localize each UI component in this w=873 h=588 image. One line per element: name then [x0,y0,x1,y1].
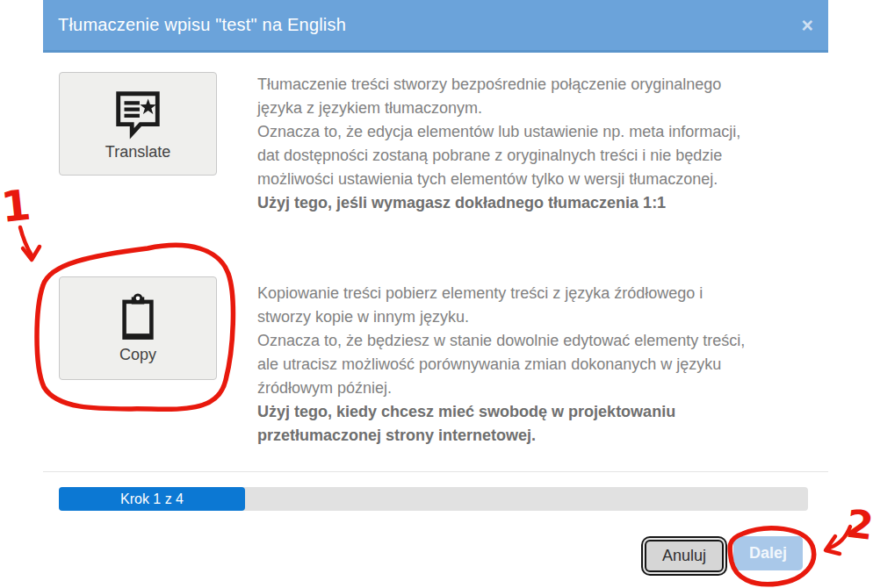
progress-step-label: Krok 1 z 4 [120,491,184,507]
progress-bar-track: Krok 1 z 4 [59,487,808,511]
translate-option-card[interactable]: Translate [59,72,217,176]
translate-section: Translate Tłumaczenie treści stworzy bez… [59,72,863,215]
copy-note: Użyj tego, kiedy chcesz mieć swobodę w p… [257,400,863,448]
copy-section: Copy Kopiowanie treści pobierz elementy … [59,276,863,448]
footer-divider [43,471,828,472]
annotation-step2-arrowhead [826,536,840,554]
translate-note: Użyj tego, jeśli wymagasz dokładnego tłu… [257,191,863,215]
cancel-button[interactable]: Anuluj [645,540,724,572]
clipboard-icon [112,292,163,343]
copy-option-label: Copy [119,346,156,364]
annotation-step2-arrow [830,527,850,548]
annotation-step2-digit: 2 [844,500,873,548]
annotation-step1-arrowhead [23,247,40,260]
dialog-title: Tłumaczenie wpisu "test" na English [43,15,346,35]
translate-description-block: Tłumaczenie treści stworzy bezpośrednie … [257,72,863,215]
translate-description: Tłumaczenie treści stworzy bezpośrednie … [257,73,863,191]
copy-option-card[interactable]: Copy [59,276,217,380]
screenshot-root: Tłumaczenie wpisu "test" na English × Tr… [0,0,873,588]
next-button[interactable]: Dalej [733,536,803,570]
translate-option-label: Translate [105,143,170,161]
message-bubble-star-icon [111,86,165,140]
annotation-step1-arrow [20,227,32,255]
dialog-header: Tłumaczenie wpisu "test" na English × [43,0,828,53]
close-icon[interactable]: × [794,15,821,35]
annotation-step1-digit: 1 [0,180,33,232]
copy-description: Kopiowanie treści pobierz elementy treśc… [257,282,863,400]
progress-bar-fill: Krok 1 z 4 [59,487,245,511]
copy-description-block: Kopiowanie treści pobierz elementy treśc… [257,276,863,448]
